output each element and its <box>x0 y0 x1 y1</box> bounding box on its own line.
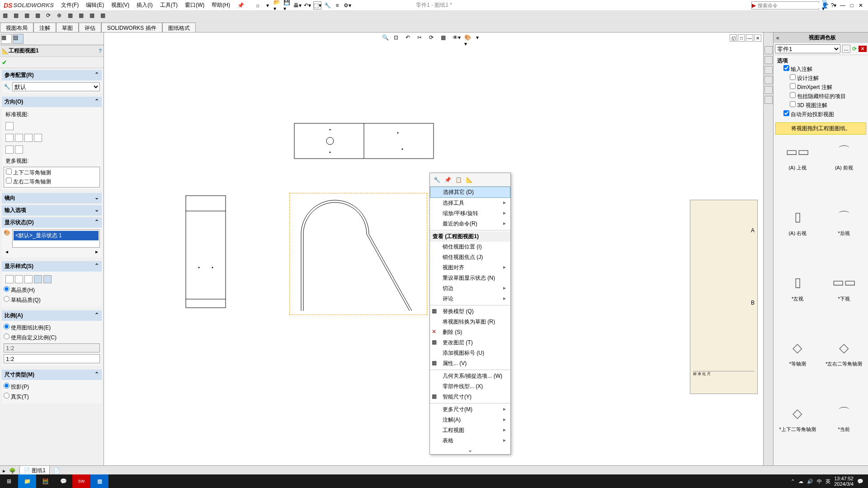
menu-view[interactable]: 视图(V) <box>108 0 133 10</box>
ctx-tb-icon-3[interactable]: 📋 <box>454 176 462 184</box>
ctx-item-17[interactable]: 零部件线型... (X) <box>430 381 510 392</box>
check-design-anno[interactable] <box>790 74 796 80</box>
scroll-left-icon[interactable]: ◂ <box>5 249 8 255</box>
menu-file[interactable]: 文件(F) <box>57 0 82 10</box>
cmd-icon-8[interactable]: ▦ <box>79 12 88 21</box>
task-app[interactable]: ▦ <box>90 474 108 488</box>
doc-close-icon[interactable]: ✕ <box>754 34 761 42</box>
palette-view-6[interactable]: ◇*等轴测 <box>777 336 818 396</box>
task-explorer[interactable]: 📁 <box>18 474 36 488</box>
ctx-item-4[interactable]: 锁住视图位置 (I) <box>430 242 510 252</box>
ctx-item-8[interactable]: 切边▸ <box>430 283 510 294</box>
style-btn-1[interactable] <box>5 275 14 283</box>
section-display-style[interactable]: 显示样式(S) ⌃ <box>2 261 102 272</box>
rs-icon-6[interactable] <box>764 96 773 104</box>
ctx-item-14[interactable]: 添加视图标号 (U) <box>430 348 510 358</box>
scene-icon[interactable]: ▾ <box>476 34 485 43</box>
more-views-list[interactable]: 上下二等角轴测 左右二等角轴测 <box>4 167 100 188</box>
view-btn-2[interactable] <box>15 134 23 142</box>
config-select[interactable]: 默认 <box>12 82 100 91</box>
user-icon[interactable]: 👤 <box>821 2 828 9</box>
prev-view-icon[interactable]: ↶ <box>406 34 415 43</box>
ctx-tb-icon-4[interactable]: 📐 <box>465 176 473 184</box>
display-state-item[interactable]: <默认>_显示状态 1 <box>14 231 99 240</box>
scroll-right-icon[interactable]: ▸ <box>95 249 98 255</box>
start-button[interactable]: ⊞ <box>0 474 18 488</box>
cmd-icon-10[interactable]: ▦ <box>100 12 109 21</box>
search-input[interactable] <box>756 3 822 8</box>
cmd-icon-6[interactable]: ⊕ <box>57 12 66 21</box>
panel-tab-1[interactable]: ▦ <box>1 34 12 44</box>
ctx-item-20[interactable]: 注解(A)▸ <box>430 415 510 425</box>
rs-icon-4[interactable] <box>764 76 773 84</box>
view-btn-1[interactable] <box>5 134 14 142</box>
view-check-2[interactable] <box>6 178 12 183</box>
section-ratio[interactable]: 比例(A) ⌃ <box>2 310 102 321</box>
ctx-item-18[interactable]: ▦智能尺寸(Y) <box>430 392 510 402</box>
section-mirror[interactable]: 镜向 ⌄ <box>2 193 102 203</box>
add-sheet-icon[interactable]: 📄 <box>53 468 60 474</box>
ctx-item-12[interactable]: ✕删除 (S) <box>430 327 510 338</box>
palette-view-5[interactable]: ▭▭*下视 <box>824 271 865 331</box>
ctx-item-6[interactable]: 视图对齐▸ <box>430 263 510 273</box>
check-hidden[interactable] <box>790 92 796 98</box>
ctx-item-15[interactable]: ▦属性... (V) <box>430 358 510 369</box>
tab-addins[interactable]: SOLIDWORKS 插件 <box>101 23 162 32</box>
doc-min-icon[interactable]: — <box>746 34 753 42</box>
panel-tab-2[interactable]: ▤ <box>13 34 24 44</box>
rs-icon-2[interactable] <box>764 56 773 64</box>
check-dimxpert[interactable] <box>790 83 796 89</box>
help-icon[interactable]: ?▾ <box>830 2 837 9</box>
home-icon[interactable]: ⌂ <box>254 1 262 9</box>
display-icon[interactable]: ▦ <box>441 34 450 43</box>
close-icon[interactable]: ✕ <box>857 2 864 9</box>
view-btn-6[interactable] <box>15 145 23 154</box>
view-check-1[interactable] <box>6 169 12 174</box>
doc-max-icon[interactable]: □ <box>738 34 745 42</box>
palette-view-7[interactable]: ◇*左右二等角轴测 <box>824 336 865 396</box>
tray-ime-1[interactable]: 中 <box>817 478 822 485</box>
section-display-state[interactable]: 显示状态(D) ⌃ <box>2 217 102 228</box>
section-direction[interactable]: 方向(O) ⌃ <box>2 97 102 107</box>
rotate-icon[interactable]: ⟳ <box>429 34 438 43</box>
pin-icon[interactable]: 📌 <box>236 1 245 9</box>
ctx-item-11[interactable]: 将视图转换为草图 (R) <box>430 317 510 327</box>
palette-view-9[interactable]: ⌒*当前 <box>824 402 865 462</box>
ctx-item-2[interactable]: 缩放/平移/旋转▸ <box>430 208 510 219</box>
zoom-fit-icon[interactable]: 🔍 <box>382 34 391 43</box>
menu-edit[interactable]: 编辑(E) <box>82 0 108 10</box>
check-3d-anno[interactable] <box>790 101 796 107</box>
appearance-icon[interactable]: 🎨▾ <box>464 34 473 43</box>
ctx-item-21[interactable]: 工程视图▸ <box>430 425 510 436</box>
save-icon[interactable]: 💾▾ <box>283 1 292 9</box>
tree-icon[interactable]: 🌳 <box>9 468 16 474</box>
task-calc[interactable]: 🧮 <box>36 474 54 488</box>
doc-restore-icon[interactable]: ◱ <box>730 34 737 42</box>
ctx-item-19[interactable]: 更多尺寸(M)▸ <box>430 404 510 415</box>
menu-tools[interactable]: 工具(T) <box>156 0 181 10</box>
ratio-input-1[interactable] <box>4 343 100 352</box>
rs-icon-5[interactable] <box>764 86 773 94</box>
view-btn-4[interactable] <box>34 134 42 142</box>
ctx-item-16[interactable]: 几何关系/捕捉选项... (W) <box>430 371 510 381</box>
tray-ime-2[interactable]: 英 <box>826 478 830 485</box>
style-btn-2[interactable] <box>15 275 23 283</box>
ctx-item-0[interactable]: 选择其它 (D) <box>430 187 510 198</box>
rp-refresh-icon[interactable]: ⟳ <box>852 46 857 52</box>
cmd-icon-5[interactable]: ⟳ <box>46 12 55 21</box>
menu-insert[interactable]: 插入(I) <box>133 0 156 10</box>
ctx-item-10[interactable]: ▦替换模型 (Q) <box>430 306 510 317</box>
style-btn-3[interactable] <box>24 275 33 283</box>
minimize-icon[interactable]: — <box>839 2 846 9</box>
rp-browse-icon[interactable]: ... <box>842 45 850 53</box>
rs-icon-1[interactable] <box>764 46 773 54</box>
ctx-item-1[interactable]: 选择工具▸ <box>430 198 510 208</box>
tab-annotation[interactable]: 注解 <box>33 23 56 32</box>
palette-view-3[interactable]: ⌒*后视 <box>824 206 865 266</box>
drawing-canvas[interactable]: 🔍 ⊡ ↶ ✂ ⟳ ▦ 👁▾ 🎨▾ ▾ ◱ □ — ✕ <box>104 33 763 465</box>
menu-help[interactable]: 帮助(H) <box>208 0 234 10</box>
ctx-item-5[interactable]: 锁住视图焦点 (J) <box>430 252 510 263</box>
tray-volume-icon[interactable]: 🔊 <box>807 479 813 484</box>
true-radio[interactable] <box>4 393 9 399</box>
ctx-item-13[interactable]: ▦更改图层 (T) <box>430 338 510 348</box>
